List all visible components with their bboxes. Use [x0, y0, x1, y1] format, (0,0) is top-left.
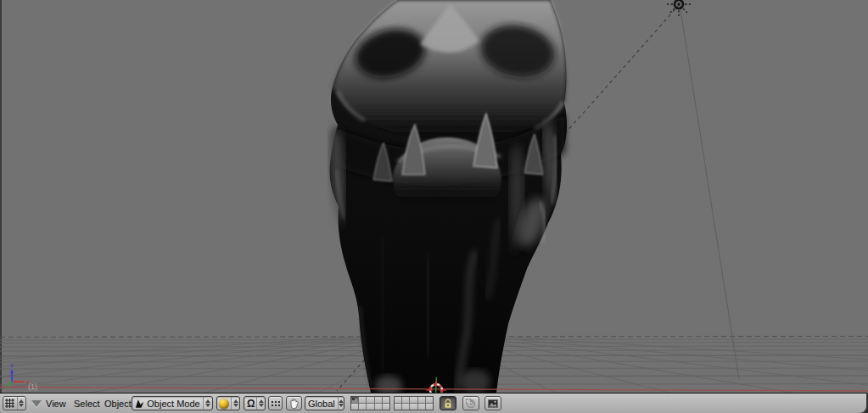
layer-toggle-7[interactable]	[359, 404, 366, 410]
layer-toggle-1[interactable]	[351, 397, 358, 403]
center-points-icon	[272, 401, 280, 406]
viewport-scene: z x (1)	[0, 0, 868, 393]
model-object[interactable]	[329, 0, 567, 393]
rotation-pivot-icon: Ω	[247, 399, 255, 409]
mode-dropdown[interactable]: Object Mode	[132, 396, 213, 410]
solid-sphere-icon	[219, 399, 229, 409]
viewport-header: View Select Object Object Mode Ω	[0, 393, 868, 413]
orientation-dropdown-value: Global	[305, 399, 338, 409]
layer-toggle-8[interactable]	[367, 404, 373, 410]
layer-toggle-4[interactable]	[375, 397, 382, 403]
lock-layers-button[interactable]	[440, 396, 456, 410]
layer-toggle-15[interactable]	[426, 397, 433, 403]
grid-icon	[5, 399, 14, 408]
render-image-icon	[488, 399, 498, 408]
layer-toggle-12[interactable]	[402, 397, 409, 403]
menu-select[interactable]: Select	[70, 396, 104, 410]
hand-icon	[289, 399, 299, 409]
render-this-window-button[interactable]	[484, 396, 501, 410]
blender-window: z x (1) View Select Object	[0, 0, 868, 413]
lamp-object[interactable]	[667, 0, 691, 16]
3d-viewport[interactable]: z x (1)	[0, 0, 868, 393]
draw-type-dropdown[interactable]	[216, 396, 240, 410]
layer-toggle-6[interactable]	[351, 404, 358, 410]
menu-object[interactable]: Object	[101, 396, 135, 410]
layer-toggle-11[interactable]	[395, 397, 401, 403]
layer-toggle-13[interactable]	[410, 397, 417, 403]
layer-indicator-label: (1)	[28, 382, 37, 391]
padlock-icon	[444, 399, 452, 409]
lamp-track-line	[680, 4, 739, 379]
layer-toggle-19[interactable]	[418, 404, 425, 410]
editor-type-selector[interactable]	[3, 396, 26, 410]
layer-toggle-9[interactable]	[375, 404, 382, 410]
layer-toggle-14[interactable]	[418, 397, 425, 403]
layer-toggle-20[interactable]	[426, 404, 433, 410]
layer-toggle-10[interactable]	[383, 404, 389, 410]
layer-toggle-2[interactable]	[359, 397, 366, 403]
spiral-icon	[466, 399, 476, 409]
viewport-header-bar: View Select Object Object Mode Ω	[0, 393, 867, 413]
layer-buttons-group-1	[350, 396, 390, 410]
layer-toggle-3[interactable]	[367, 397, 373, 403]
manipulator-toggle[interactable]	[286, 396, 302, 410]
orientation-dropdown[interactable]: Global	[305, 396, 344, 410]
mode-dropdown-value: Object Mode	[144, 399, 202, 409]
move-centers-button[interactable]	[268, 396, 283, 410]
object-mode-pointer-icon	[135, 399, 144, 409]
header-collapse-toggle[interactable]	[31, 400, 42, 407]
spiral-button[interactable]	[462, 396, 479, 410]
pivot-dropdown[interactable]: Ω	[244, 396, 266, 410]
layer-toggle-5[interactable]	[383, 397, 389, 403]
layer-toggle-16[interactable]	[395, 404, 401, 410]
layer-buttons-group-2	[394, 396, 434, 410]
layer-toggle-18[interactable]	[410, 404, 417, 410]
axis-label-z: z	[10, 361, 14, 369]
menu-view[interactable]: View	[42, 396, 70, 410]
layer-toggle-17[interactable]	[402, 404, 409, 410]
